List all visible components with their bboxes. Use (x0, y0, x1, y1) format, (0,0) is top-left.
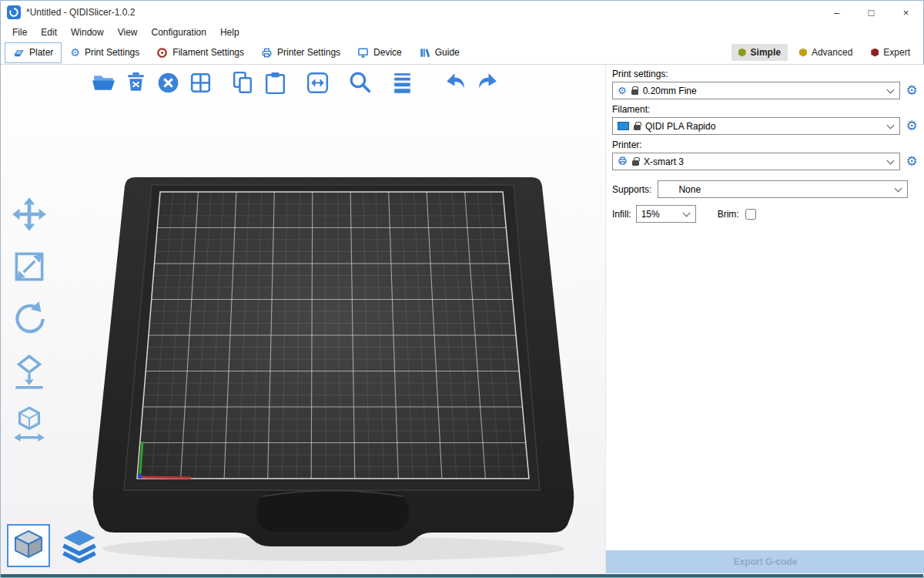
undo-button[interactable] (442, 69, 469, 96)
chevron-down-icon (887, 157, 895, 165)
printer-icon (618, 156, 628, 168)
export-gcode-button[interactable]: Export G-code (606, 550, 924, 573)
menu-bar: File Edit Window View Configuration Help (1, 24, 923, 41)
mode-advanced[interactable]: Advanced (792, 44, 859, 61)
advanced-mode-hex-icon (799, 49, 807, 57)
tab-print-settings[interactable]: ⚙ Print Settings (62, 42, 148, 63)
printer-gear-button[interactable]: ⚙ (905, 155, 919, 168)
3d-cube-icon (10, 527, 47, 564)
infill-label: Infill: (612, 209, 631, 220)
gear-icon: ⚙ (618, 86, 627, 96)
menu-help[interactable]: Help (213, 25, 246, 39)
tab-printer-settings[interactable]: Printer Settings (253, 42, 349, 63)
print-settings-row: ⚙ 0.20mm Fine ⚙ (612, 82, 919, 99)
window-title: *Untitled - QIDISlicer-1.0.2 (26, 7, 135, 18)
print-settings-select[interactable]: ⚙ 0.20mm Fine (612, 82, 900, 99)
variable-layer-height-button[interactable] (389, 69, 416, 96)
main-area: Print settings: ⚙ 0.20mm Fine ⚙ Filament… (1, 65, 924, 576)
chevron-down-icon (887, 86, 895, 94)
print-surface (137, 192, 529, 479)
print-settings-value: 0.20mm Fine (643, 86, 697, 96)
maximize-button[interactable]: □ (854, 1, 889, 24)
close-button[interactable]: × (889, 1, 923, 24)
3d-viewport[interactable] (1, 65, 605, 576)
brim-label: Brim: (718, 209, 739, 220)
place-on-face-icon (9, 351, 49, 391)
copy-button[interactable] (229, 69, 256, 96)
build-plate-canvas (1, 65, 605, 576)
menu-window[interactable]: Window (64, 25, 111, 39)
measure-button[interactable] (9, 404, 49, 444)
supports-row: Supports: None (612, 180, 919, 198)
redo-button[interactable] (474, 69, 501, 96)
rotate-button[interactable] (9, 299, 49, 339)
delete-all-button[interactable] (155, 69, 182, 96)
open-button[interactable] (90, 69, 117, 96)
split-to-objects-button[interactable] (304, 69, 331, 96)
print-settings-gear-button[interactable]: ⚙ (905, 84, 919, 97)
supports-value: None (663, 184, 701, 195)
mode-simple[interactable]: Simple (732, 44, 788, 61)
gear-icon: ⚙ (906, 119, 917, 133)
mode-label: Simple (751, 47, 781, 58)
printer-label: Printer: (612, 139, 919, 150)
gizmo-toolbar (9, 194, 49, 444)
place-on-face-button[interactable] (9, 351, 49, 391)
tab-bar: Plater ⚙ Print Settings Filament Setting… (1, 41, 923, 65)
delete-all-icon (155, 69, 182, 96)
menu-configuration[interactable]: Configuration (145, 25, 213, 39)
tab-device[interactable]: Device (349, 42, 410, 63)
tab-label: Device (373, 47, 402, 58)
preview-view-button[interactable] (58, 524, 101, 567)
minimize-button[interactable]: – (819, 1, 854, 24)
bottom-edge-strip (1, 574, 923, 577)
tab-label: Printer Settings (277, 47, 340, 58)
paste-button[interactable] (262, 69, 289, 96)
lock-icon (634, 125, 641, 130)
mode-selector: Simple Advanced Expert (732, 44, 923, 61)
chevron-down-icon (682, 210, 690, 217)
printer-value: X-smart 3 (644, 156, 684, 167)
filament-select[interactable]: QIDI PLA Rapido (612, 117, 900, 135)
view-switcher (7, 524, 101, 567)
filament-color-swatch (618, 122, 629, 130)
infill-row: Infill: 15% Brim: (612, 205, 919, 223)
mode-expert[interactable]: Expert (864, 44, 917, 61)
scale-button[interactable] (9, 247, 49, 287)
plater-toolbar (90, 66, 507, 99)
supports-select[interactable]: None (658, 180, 908, 198)
infill-value: 15% (641, 209, 660, 220)
mode-label: Advanced (812, 47, 852, 58)
move-button[interactable] (9, 194, 49, 234)
title-bar: *Untitled - QIDISlicer-1.0.2 – □ × (1, 1, 923, 24)
menu-view[interactable]: View (111, 25, 145, 39)
infill-select[interactable]: 15% (636, 205, 696, 223)
supports-label: Supports: (612, 184, 651, 195)
paste-icon (262, 69, 289, 96)
filament-gear-button[interactable]: ⚙ (905, 119, 919, 133)
settings-sidebar: Print settings: ⚙ 0.20mm Fine ⚙ Filament… (605, 65, 924, 576)
tab-label: Filament Settings (172, 47, 244, 58)
menu-edit[interactable]: Edit (34, 25, 64, 39)
device-monitor-icon (357, 47, 369, 59)
search-button[interactable] (346, 69, 373, 96)
gear-icon: ⚙ (906, 83, 917, 98)
mode-label: Expert (883, 47, 910, 58)
delete-button[interactable] (122, 69, 149, 96)
menu-file[interactable]: File (5, 25, 34, 39)
brim-checkbox[interactable] (745, 209, 756, 220)
printer-row: X-smart 3 ⚙ (612, 153, 919, 170)
arrange-button[interactable] (187, 69, 214, 96)
tab-label: Plater (29, 47, 53, 58)
scale-icon (9, 247, 49, 287)
tab-plater[interactable]: Plater (5, 42, 62, 63)
printer-select[interactable]: X-smart 3 (612, 153, 900, 170)
tab-guide[interactable]: Guide (410, 42, 468, 63)
rotate-icon (9, 299, 49, 339)
expert-mode-hex-icon (871, 49, 879, 57)
layers-preview-icon (59, 526, 99, 566)
3d-editor-view-button[interactable] (7, 524, 50, 567)
gear-icon: ⚙ (70, 47, 80, 58)
delete-trash-icon (122, 69, 149, 96)
tab-filament-settings[interactable]: Filament Settings (148, 42, 253, 63)
